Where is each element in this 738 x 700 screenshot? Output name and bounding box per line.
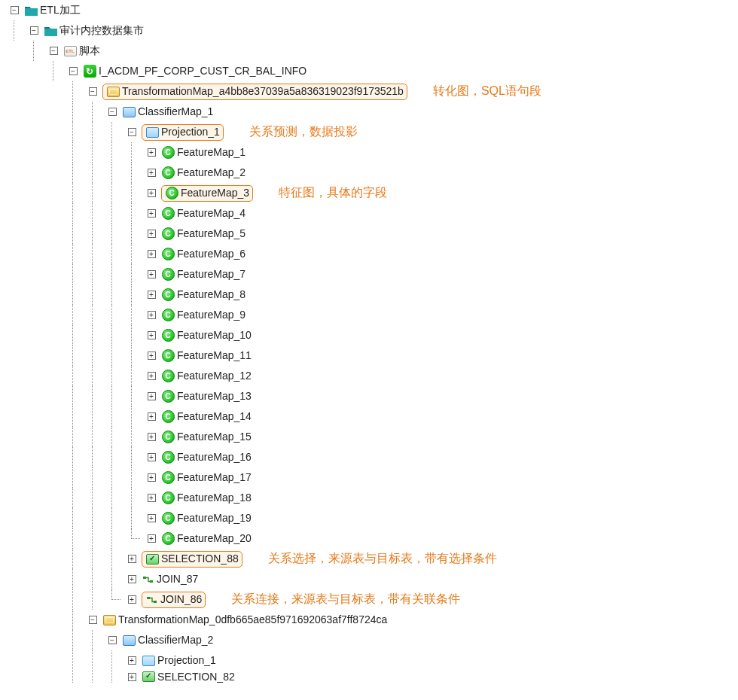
node-label: TransformationMap_0dfb665ae85f971692063a… [118, 610, 387, 630]
tree-node-featuremap[interactable]: +CFeatureMap_1 [5, 142, 738, 163]
node-label: TransformationMap_a4bb8e37039a5a83631902… [122, 81, 404, 102]
tree-node-join86[interactable]: + JOIN_86 关系连接，来源表与目标表，带有关联条件 [5, 589, 738, 610]
tree-node-tm1[interactable]: − TransformationMap_a4bb8e37039a5a836319… [5, 81, 738, 102]
expand-toggle[interactable]: + [142, 163, 161, 183]
tree-node-pj1[interactable]: − Projection_1 关系预测，数据投影 [5, 122, 738, 142]
tree-node-l3[interactable]: − I_ACDM_PF_CORP_CUST_CR_BAL_INFO [5, 61, 738, 81]
tree-node-featuremap[interactable]: +CFeatureMap_14 [5, 406, 738, 427]
expand-toggle[interactable]: + [142, 345, 161, 366]
node-label: ETL加工 [40, 0, 81, 20]
node-label: FeatureMap_7 [177, 264, 245, 285]
highlighted-node: Projection_1 [142, 124, 224, 141]
expand-toggle[interactable]: + [142, 366, 161, 386]
expand-toggle[interactable]: + [122, 650, 142, 671]
tree-node-featuremap[interactable]: +CFeatureMap_3特征图，具体的字段 [5, 183, 738, 203]
expand-toggle[interactable]: + [122, 549, 142, 569]
expand-toggle[interactable]: + [142, 508, 161, 528]
tree-node-featuremap[interactable]: +CFeatureMap_2 [5, 163, 738, 183]
collapse-toggle[interactable]: − [63, 61, 83, 81]
collapse-toggle[interactable]: − [102, 102, 122, 122]
node-label: SELECTION_88 [161, 549, 239, 569]
expand-toggle[interactable]: + [122, 589, 142, 610]
feature-map-icon: C [161, 349, 175, 363]
tree-node-featuremap[interactable]: +CFeatureMap_20 [5, 528, 738, 549]
node-label: FeatureMap_13 [177, 386, 252, 406]
tree-node-featuremap[interactable]: +CFeatureMap_5 [5, 224, 738, 244]
tree-node-featuremap[interactable]: +CFeatureMap_6 [5, 244, 738, 264]
expand-toggle[interactable]: + [142, 427, 161, 447]
node-label: FeatureMap_8 [177, 285, 245, 305]
feature-map-icon: C [161, 512, 175, 525]
expand-toggle[interactable]: + [142, 325, 161, 345]
tree-node-featuremap[interactable]: +CFeatureMap_15 [5, 427, 738, 447]
node-label: FeatureMap_1 [177, 142, 245, 163]
feature-map-icon: C [161, 532, 175, 546]
collapse-toggle[interactable]: − [83, 81, 102, 102]
tree-node-sel88[interactable]: + SELECTION_88 关系选择，来源表与目标表，带有选择条件 [5, 549, 738, 569]
tree-node-featuremap[interactable]: +CFeatureMap_12 [5, 366, 738, 386]
node-label: 审计内控数据集市 [59, 20, 144, 41]
tree-node-tm2[interactable]: − TransformationMap_0dfb665ae85f97169206… [5, 610, 738, 630]
feature-map-icon: C [161, 268, 175, 282]
projection-icon [142, 654, 155, 668]
expand-toggle[interactable]: + [142, 406, 161, 427]
collapse-toggle[interactable]: − [122, 122, 142, 142]
tree-node-featuremap[interactable]: +CFeatureMap_9 [5, 305, 738, 325]
tree-node-sel82[interactable]: + SELECTION_82 [5, 671, 738, 683]
tree-node-cm1[interactable]: − ClassifierMap_1 [5, 102, 738, 122]
expand-toggle[interactable]: + [142, 264, 161, 285]
tree-node-featuremap[interactable]: +CFeatureMap_19 [5, 508, 738, 528]
expand-toggle[interactable]: + [142, 447, 161, 467]
annotation-text: 关系选择，来源表与目标表，带有选择条件 [268, 551, 497, 567]
tree-node-l1[interactable]: − 审计内控数据集市 [5, 20, 738, 41]
join-icon [145, 595, 158, 605]
highlighted-node: SELECTION_88 [142, 551, 242, 568]
feature-map-icon: C [161, 471, 175, 485]
tree-node-featuremap[interactable]: +CFeatureMap_17 [5, 467, 738, 488]
collapse-toggle[interactable]: − [83, 610, 102, 630]
tree-node-cm2[interactable]: − ClassifierMap_2 [5, 630, 738, 650]
expand-toggle[interactable]: + [142, 142, 161, 163]
expand-toggle[interactable]: + [142, 285, 161, 305]
expand-toggle[interactable]: + [142, 224, 161, 244]
expand-toggle[interactable]: + [142, 203, 161, 224]
collapse-toggle[interactable]: − [102, 630, 122, 650]
etl-script-icon: ETL [63, 44, 77, 58]
node-label: JOIN_86 [160, 589, 202, 610]
expand-toggle[interactable]: + [142, 386, 161, 406]
node-label: 脚本 [79, 41, 100, 61]
folder-icon [24, 4, 38, 17]
collapse-toggle[interactable]: − [44, 41, 63, 61]
tree-node-featuremap[interactable]: +CFeatureMap_18 [5, 488, 738, 508]
refresh-icon [83, 65, 96, 78]
tree-node-l2[interactable]: − ETL 脚本 [5, 41, 738, 61]
annotation-text: 关系预测，数据投影 [249, 124, 358, 140]
expand-toggle[interactable]: + [142, 488, 161, 508]
expand-toggle[interactable]: + [142, 244, 161, 264]
tree-node-featuremap[interactable]: +CFeatureMap_10 [5, 325, 738, 345]
tree-node-featuremap[interactable]: +CFeatureMap_7 [5, 264, 738, 285]
expand-toggle[interactable]: + [122, 671, 142, 683]
tree-node-featuremap[interactable]: +CFeatureMap_4 [5, 203, 738, 224]
feature-map-icon: C [161, 207, 175, 221]
tree-node-join87[interactable]: + JOIN_87 [5, 569, 738, 589]
feature-map-icon: C [161, 146, 175, 160]
expand-toggle[interactable]: + [142, 467, 161, 488]
tree-node-pj2[interactable]: + Projection_1 [5, 650, 738, 671]
tree-node-featuremap[interactable]: +CFeatureMap_13 [5, 386, 738, 406]
node-label: FeatureMap_17 [177, 467, 252, 488]
node-label: FeatureMap_19 [177, 508, 252, 528]
feature-map-icon: C [161, 227, 175, 241]
tree-node-featuremap[interactable]: +CFeatureMap_11 [5, 345, 738, 366]
node-label: FeatureMap_20 [177, 528, 252, 549]
tree-node-featuremap[interactable]: +CFeatureMap_16 [5, 447, 738, 467]
collapse-toggle[interactable]: − [5, 0, 24, 20]
tree-node-featuremap[interactable]: +CFeatureMap_8 [5, 285, 738, 305]
expand-toggle[interactable]: + [122, 569, 142, 589]
feature-map-icon: C [161, 451, 175, 464]
expand-toggle[interactable]: + [142, 528, 161, 549]
expand-toggle[interactable]: + [142, 183, 161, 203]
collapse-toggle[interactable]: − [24, 20, 44, 41]
expand-toggle[interactable]: + [142, 305, 161, 325]
tree-node-root[interactable]: − ETL加工 [5, 0, 738, 20]
